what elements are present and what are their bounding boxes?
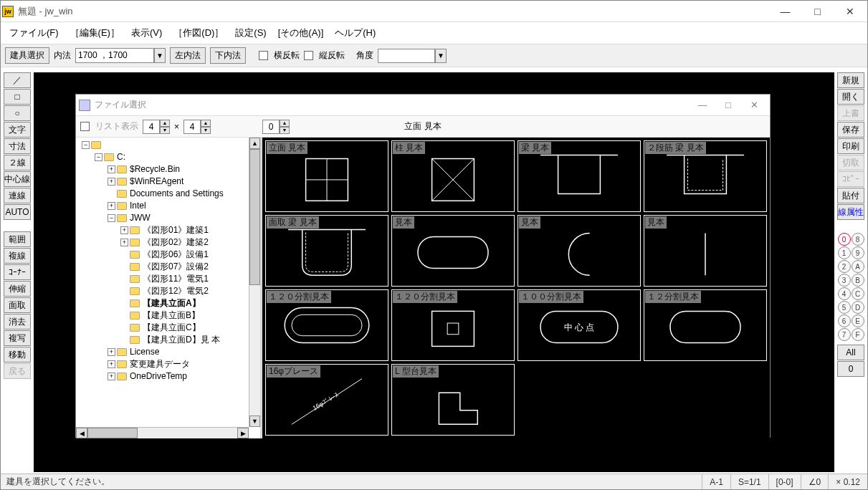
collapse-icon[interactable]: − (95, 153, 102, 161)
tool-button[interactable]: 線属性 (837, 204, 864, 220)
expand-icon[interactable]: + (120, 239, 128, 246)
status-group-cell[interactable]: [0-0] (768, 474, 801, 489)
chevron-down-icon[interactable]: ▼ (435, 49, 447, 63)
layer-cell[interactable]: C (852, 287, 864, 300)
thumbnail-item[interactable]: 面取 梁 見本 (265, 215, 388, 287)
tool-button[interactable]: 文字 (4, 122, 31, 138)
layer-cell[interactable]: 9 (852, 246, 864, 259)
tool-button[interactable]: ／ (4, 72, 31, 88)
expand-icon[interactable]: + (108, 348, 115, 356)
dialog-close-button[interactable]: ✕ (741, 95, 767, 115)
flip-horizontal-checkbox[interactable] (259, 51, 268, 60)
inner-dimension-value[interactable]: 1700 ，1700 (75, 48, 154, 63)
layer-cell[interactable]: B (852, 274, 864, 287)
tree-node[interactable]: 《図形11》電気1 (82, 273, 259, 285)
rows-spinner[interactable]: ▲▼ (183, 120, 211, 134)
tree-vertical-scrollbar[interactable]: ▲ ▼ (249, 138, 260, 427)
tool-button[interactable]: ｺｰﾅｰ (4, 264, 31, 280)
status-scale-cell[interactable]: S=1/1 (730, 474, 768, 489)
flip-vertical-checkbox[interactable] (304, 51, 313, 60)
layer-cell[interactable]: 6 (838, 314, 851, 327)
expand-icon[interactable]: + (108, 178, 115, 186)
tool-button[interactable]: ｺﾋﾟｰ (837, 171, 864, 187)
tree-node[interactable]: 《図形12》電気2 (82, 285, 259, 297)
tree-node[interactable]: +OneDriveTemp (82, 370, 259, 383)
layer-cell[interactable]: 0 (838, 233, 851, 246)
expand-icon[interactable]: + (108, 202, 115, 210)
tool-button[interactable]: 面取 (4, 297, 31, 313)
tree-node[interactable]: −JWW (82, 212, 259, 224)
tool-button[interactable]: 保存 (837, 122, 864, 138)
status-layer-cell[interactable]: A-1 (702, 474, 730, 489)
tree-node[interactable]: +$WinREAgent (82, 176, 259, 188)
layer-cell[interactable]: E (852, 314, 864, 327)
cols-input[interactable] (143, 120, 160, 134)
cols-spinner[interactable]: ▲▼ (143, 120, 170, 134)
tool-button[interactable]: AUTO (4, 204, 31, 220)
tree-horizontal-scrollbar[interactable]: ◀ ▶ (76, 427, 249, 438)
expand-icon[interactable]: + (108, 165, 115, 173)
tool-button[interactable]: 移動 (4, 347, 31, 362)
tool-button[interactable]: 複線 (4, 248, 31, 264)
tree-node[interactable]: +《図形01》建築1 (82, 224, 259, 236)
status-angle-cell[interactable]: ∠0 (801, 474, 829, 489)
thumbnail-item[interactable]: １００分割見本中 心 点 (518, 289, 641, 361)
tool-button[interactable]: □ (4, 89, 31, 105)
tree-node[interactable]: +《図形02》建築2 (82, 236, 259, 249)
tool-button[interactable]: 切取 (837, 155, 864, 170)
tool-button[interactable]: ○ (4, 105, 31, 121)
scroll-thumb[interactable] (87, 428, 138, 438)
tool-button[interactable]: 印刷 (837, 138, 864, 154)
thumbnail-item[interactable]: L 型台見本 (391, 364, 515, 436)
tool-button[interactable]: 消去 (4, 314, 31, 330)
tool-button[interactable]: 複写 (4, 330, 31, 346)
list-view-checkbox[interactable] (80, 122, 90, 131)
tool-button[interactable]: 新規 (837, 72, 864, 88)
tree-node[interactable]: 《図形07》設備2 (82, 261, 259, 273)
expand-icon[interactable]: + (108, 360, 115, 368)
thumbnail-item[interactable]: 立面 見本 (265, 140, 388, 212)
tool-button[interactable]: 伸縮 (4, 281, 31, 297)
tool-button[interactable]: 戻る (4, 363, 31, 379)
up-icon[interactable]: ▲ (201, 120, 211, 127)
close-button[interactable]: ✕ (834, 1, 866, 22)
menu-item[interactable]: ［作図(D)］ (169, 25, 228, 41)
scroll-down-icon[interactable]: ▼ (249, 415, 260, 427)
layer-cell[interactable]: D (852, 301, 864, 314)
menu-item[interactable]: ヘルプ(H) (330, 25, 380, 41)
menu-item[interactable]: ［編集(E)］ (66, 25, 124, 41)
tree-node[interactable]: 【建具立面C】 (82, 322, 259, 334)
layer-cell[interactable]: 2 (838, 260, 851, 273)
thumbnail-item[interactable]: 柱 見本 (391, 140, 515, 212)
scroll-up-icon[interactable]: ▲ (249, 138, 260, 149)
layer-zero-button[interactable]: 0 (837, 361, 864, 377)
tree-node[interactable]: +Intel (82, 200, 259, 212)
folder-tree[interactable]: −−C:+$Recycle.Bin+$WinREAgentDocuments a… (76, 138, 262, 438)
tree-node[interactable]: 【建具立面D】見 本 (82, 334, 259, 346)
collapse-icon[interactable]: − (82, 141, 90, 149)
tool-button[interactable]: 開く (837, 89, 864, 105)
tree-node[interactable]: 【建具立面B】 (82, 309, 259, 322)
down-inner-button[interactable]: 下内法 (210, 47, 246, 64)
tool-button[interactable]: ２線 (4, 155, 31, 170)
rows-input[interactable] (183, 120, 201, 134)
layer-cell[interactable]: 7 (838, 328, 851, 341)
scroll-track[interactable] (249, 285, 260, 415)
dialog-minimize-button[interactable]: — (690, 95, 715, 115)
inner-dimension-combo[interactable]: 1700 ，1700 ▼ (75, 48, 166, 63)
tree-node[interactable]: −C: (82, 151, 259, 163)
down-icon[interactable]: ▼ (201, 127, 211, 134)
tree-node[interactable]: +$Recycle.Bin (82, 163, 259, 176)
tool-button[interactable]: 中心線 (4, 171, 31, 187)
tool-button[interactable]: 寸法 (4, 138, 31, 154)
up-icon[interactable]: ▲ (160, 120, 170, 127)
fixture-select-button[interactable]: 建具選択 (5, 47, 49, 64)
thumbnail-item[interactable]: １２０分割見本 (391, 289, 515, 361)
expand-icon[interactable]: + (120, 226, 128, 234)
scroll-right-icon[interactable]: ▶ (237, 428, 249, 438)
angle-value[interactable] (378, 49, 435, 63)
down-icon[interactable]: ▼ (160, 127, 170, 134)
menu-item[interactable]: [その他(A)] (274, 25, 328, 41)
tool-button[interactable]: 上書 (837, 105, 864, 121)
tree-node[interactable]: 《図形06》設備1 (82, 249, 259, 261)
